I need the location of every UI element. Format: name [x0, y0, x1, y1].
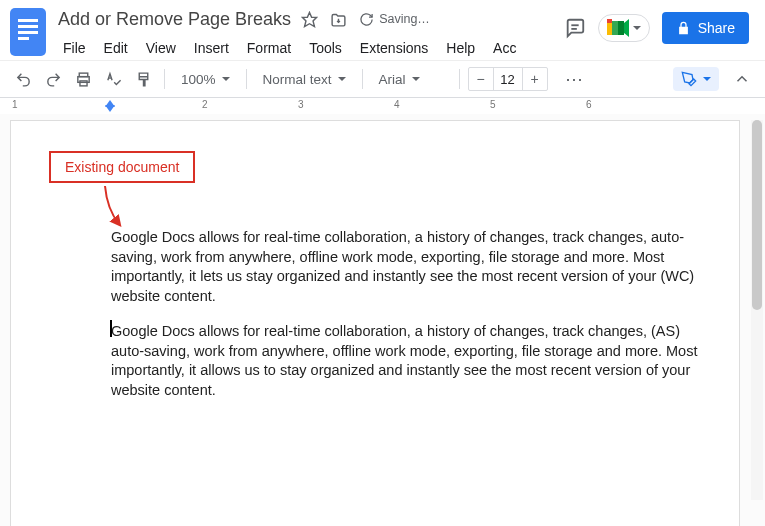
toolbar-separator: [459, 69, 460, 89]
meet-icon: [607, 19, 629, 37]
chevron-down-icon: [633, 26, 641, 30]
menu-tools[interactable]: Tools: [302, 36, 349, 60]
menu-insert[interactable]: Insert: [187, 36, 236, 60]
font-size-increase[interactable]: +: [523, 68, 547, 90]
document-body[interactable]: Google Docs allows for real-time collabo…: [111, 228, 705, 417]
toolbar: 100% Normal text Arial − 12 + ⋯: [0, 60, 765, 98]
vertical-scrollbar[interactable]: [751, 120, 763, 500]
menu-extensions[interactable]: Extensions: [353, 36, 435, 60]
chevron-down-icon: [222, 77, 230, 81]
svg-marker-0: [303, 12, 317, 26]
font-size-decrease[interactable]: −: [469, 68, 493, 90]
pen-icon: [681, 71, 697, 87]
toolbar-separator: [362, 69, 363, 89]
paragraph-style-value: Normal text: [263, 72, 332, 87]
ruler-number: 3: [298, 99, 304, 110]
comments-icon[interactable]: [564, 17, 586, 39]
header-right: Share: [564, 12, 755, 44]
star-icon[interactable]: [301, 11, 318, 28]
ruler-number: 4: [394, 99, 400, 110]
document-title[interactable]: Add or Remove Page Breaks: [58, 9, 291, 30]
document-canvas: Existing document Google Docs allows for…: [0, 114, 765, 526]
ruler-number: 5: [490, 99, 496, 110]
move-icon[interactable]: [330, 11, 347, 28]
title-icons: Saving…: [301, 11, 430, 28]
svg-rect-7: [607, 19, 612, 23]
annotation-box: Existing document: [49, 151, 195, 183]
chevron-down-icon: [412, 77, 420, 81]
svg-marker-6: [624, 19, 629, 37]
text-cursor: [110, 320, 112, 337]
share-button[interactable]: Share: [662, 12, 749, 44]
docs-logo-icon[interactable]: [10, 8, 46, 56]
paint-format-button[interactable]: [130, 66, 156, 92]
annotation-arrow-icon: [101, 184, 131, 229]
title-block: Add or Remove Page Breaks Saving… File E…: [56, 6, 564, 60]
title-row: Add or Remove Page Breaks Saving…: [56, 6, 564, 32]
horizontal-ruler[interactable]: 1 2 3 4 5 6: [0, 98, 765, 114]
paragraph-style-dropdown[interactable]: Normal text: [255, 66, 354, 92]
saving-label: Saving…: [379, 12, 430, 26]
more-toolbar-button[interactable]: ⋯: [562, 66, 588, 92]
annotation-label: Existing document: [65, 159, 179, 175]
meet-button[interactable]: [598, 14, 650, 42]
undo-button[interactable]: [10, 66, 36, 92]
redo-button[interactable]: [40, 66, 66, 92]
share-label: Share: [698, 20, 735, 36]
ruler-number: 2: [202, 99, 208, 110]
left-indent-marker[interactable]: [105, 105, 115, 112]
svg-marker-5: [618, 21, 624, 35]
menu-file[interactable]: File: [56, 36, 93, 60]
ruler-number: 1: [12, 99, 18, 110]
saving-indicator: Saving…: [359, 12, 430, 27]
paragraph: Google Docs allows for real-time collabo…: [111, 228, 705, 306]
scrollbar-thumb[interactable]: [752, 120, 762, 310]
zoom-value: 100%: [181, 72, 216, 87]
font-value: Arial: [379, 72, 406, 87]
font-size-stepper: − 12 +: [468, 67, 548, 91]
paragraph: Google Docs allows for real-time collabo…: [111, 322, 705, 400]
editing-mode-button[interactable]: [673, 67, 719, 91]
menu-view[interactable]: View: [139, 36, 183, 60]
spellcheck-button[interactable]: [100, 66, 126, 92]
menu-bar: File Edit View Insert Format Tools Exten…: [56, 32, 564, 60]
toolbar-separator: [246, 69, 247, 89]
menu-help[interactable]: Help: [439, 36, 482, 60]
font-dropdown[interactable]: Arial: [371, 66, 451, 92]
zoom-dropdown[interactable]: 100%: [173, 66, 238, 92]
menu-accessibility[interactable]: Acc: [486, 36, 523, 60]
print-button[interactable]: [70, 66, 96, 92]
toolbar-separator: [164, 69, 165, 89]
menu-edit[interactable]: Edit: [97, 36, 135, 60]
chevron-down-icon: [338, 77, 346, 81]
ruler-number: 6: [586, 99, 592, 110]
app-header: Add or Remove Page Breaks Saving… File E…: [0, 0, 765, 60]
font-size-value[interactable]: 12: [493, 68, 523, 90]
collapse-toolbar-button[interactable]: [729, 66, 755, 92]
first-line-indent-marker[interactable]: [105, 100, 115, 107]
toolbar-right: [673, 66, 755, 92]
svg-rect-4: [612, 21, 618, 35]
svg-rect-3: [607, 21, 612, 35]
chevron-down-icon: [703, 77, 711, 81]
menu-format[interactable]: Format: [240, 36, 298, 60]
document-page[interactable]: Existing document Google Docs allows for…: [10, 120, 740, 526]
lock-icon: [676, 21, 691, 36]
